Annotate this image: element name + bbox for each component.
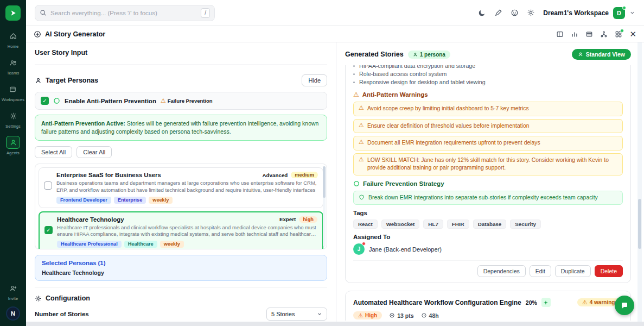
persona-card-healthcare-technology[interactable]: ✓ Healthcare Technology Expert high Heal… xyxy=(39,211,323,250)
anti-pattern-toggle-row[interactable]: ✓ Enable Anti-Pattern Prevention ⚠ Failu… xyxy=(35,92,327,110)
persona-card-body: Enterprise SaaS for Business Users Advan… xyxy=(56,172,318,203)
sidebar-item-teams[interactable]: Teams xyxy=(6,56,20,76)
skill-warning-dot xyxy=(362,242,366,246)
story-points: 13 pts xyxy=(389,312,413,319)
topbar: / Dream1's Workspace D xyxy=(26,0,644,26)
smiley-icon[interactable] xyxy=(511,9,519,17)
logo-icon xyxy=(9,9,17,17)
persona-icon xyxy=(35,77,42,84)
failure-prevention-strategy-title: Failure Prevention Strategy xyxy=(363,180,444,187)
select-all-button[interactable]: Select All xyxy=(35,146,72,158)
scrollbar-thumb[interactable] xyxy=(638,199,641,249)
teams-icon xyxy=(6,56,20,69)
priority-label: High xyxy=(365,312,377,318)
integrations-icon[interactable] xyxy=(615,30,622,38)
warning-icon: ⚠ xyxy=(582,299,588,305)
ai-sparkle-icon[interactable] xyxy=(541,298,551,307)
close-icon[interactable]: ✕ xyxy=(629,30,636,38)
warning-icon: ⚠ xyxy=(359,105,364,113)
selected-persona-item: Healthcare Technology xyxy=(42,269,320,276)
number-of-stories-select[interactable]: 5 Stories xyxy=(266,308,327,321)
selected-personas-box: Selected Personas (1) Healthcare Technol… xyxy=(35,255,327,281)
warning-icon: ⚠ xyxy=(161,98,166,104)
workspace-switcher[interactable]: Dream1's Workspace D xyxy=(543,7,635,19)
bar-chart-icon[interactable] xyxy=(571,30,578,38)
hierarchy-icon[interactable] xyxy=(600,30,608,38)
pen-icon[interactable] xyxy=(494,9,502,17)
persona-tag: weekly xyxy=(149,197,173,204)
settings-gear-icon[interactable] xyxy=(527,9,535,17)
persona-tag: Healthcare xyxy=(124,241,157,248)
sidebar-item-settings[interactable]: Settings xyxy=(5,109,21,129)
story-tag: Database xyxy=(473,220,507,229)
anti-pattern-checkbox[interactable]: ✓ xyxy=(41,97,49,105)
persona-checkbox[interactable] xyxy=(44,181,52,190)
sidebar: Home Teams Workspaces Settings Agents In… xyxy=(0,0,26,326)
header-actions: ✕ xyxy=(556,30,636,38)
configuration-header: Configuration xyxy=(35,294,327,302)
ai-story-generator-icon xyxy=(34,30,41,38)
assignee-name: Jane (Back-end Developer) xyxy=(369,246,442,253)
persona-name: Enterprise SaaS for Business Users xyxy=(56,172,259,178)
persona-tags: Healthcare Professional Healthcare weekl… xyxy=(57,241,317,248)
bullet-dot xyxy=(353,82,355,83)
next-story-meta: ⚠ High 13 pts 48h xyxy=(353,311,623,319)
sidebar-item-workspaces[interactable]: Workspaces xyxy=(2,83,24,102)
chat-bubble-icon xyxy=(620,301,629,310)
notification-dot xyxy=(620,29,624,33)
persona-count-badge: 1 persona xyxy=(408,51,450,59)
edit-button[interactable]: Edit xyxy=(530,265,551,277)
prevention-circle-icon xyxy=(53,97,60,104)
app-root: Home Teams Workspaces Settings Agents In… xyxy=(0,0,644,326)
clear-all-button[interactable]: Clear All xyxy=(76,146,112,158)
app-logo[interactable] xyxy=(5,5,21,21)
warning-icon: ⚠ xyxy=(359,122,364,130)
persona-card-enterprise-saas[interactable]: Enterprise SaaS for Business Users Advan… xyxy=(39,167,323,208)
gear-icon xyxy=(6,109,20,122)
warning-text: Avoid scope creep by limiting initial da… xyxy=(367,105,529,113)
chevron-down-icon xyxy=(317,311,322,317)
warning-item-low-skill-match: ⚠LOW SKILL MATCH: Jane has only 12% skil… xyxy=(353,153,623,175)
clock-icon xyxy=(421,312,427,318)
hide-button[interactable]: Hide xyxy=(302,74,327,86)
delete-button[interactable]: Delete xyxy=(595,265,623,277)
sidebar-item-agents[interactable]: Agents xyxy=(6,136,20,155)
table-rows-icon[interactable] xyxy=(585,30,593,38)
stories-scroll-area[interactable]: HIPAA-compliant data encryption and stor… xyxy=(345,65,631,321)
workspaces-icon xyxy=(6,83,20,96)
number-of-stories-label: Number of Stories xyxy=(35,311,89,317)
failure-prevention-strategy-header: Failure Prevention Strategy xyxy=(353,180,623,187)
prevention-strategy-item: Break down EMR integrations into separat… xyxy=(353,191,623,205)
horizontal-scrollbar[interactable] xyxy=(26,322,644,326)
chat-fab-button[interactable] xyxy=(615,296,634,315)
scrollbar-thumb[interactable] xyxy=(323,166,326,198)
content-area: User Story Input Target Personas Hide ✓ … xyxy=(26,42,644,322)
number-of-stories-value: 5 Stories xyxy=(271,311,295,317)
workspace-avatar-letter: D xyxy=(617,10,621,16)
sidebar-item-label: Settings xyxy=(5,124,21,129)
theme-moon-icon[interactable] xyxy=(478,9,486,17)
search-icon xyxy=(40,9,47,16)
selection-buttons: Select All Clear All xyxy=(35,146,327,158)
persona-list-scrollbar xyxy=(323,166,326,247)
duplicate-button[interactable]: Duplicate xyxy=(555,265,591,277)
number-of-stories-row: Number of Stories 5 Stories xyxy=(35,308,327,321)
persona-checkbox[interactable]: ✓ xyxy=(44,226,53,234)
next-story-card: Automated Healthcare Workflow Configurat… xyxy=(345,291,631,321)
acceptance-criteria-item: HIPAA-compliant data encryption and stor… xyxy=(353,65,623,70)
agents-icon xyxy=(6,136,20,149)
target-personas-title: Target Personas xyxy=(46,77,98,84)
warning-text: Document all EMR integration requirement… xyxy=(367,139,540,147)
workspace-avatar: D xyxy=(613,7,625,19)
sidebar-item-invite[interactable]: Invite xyxy=(6,281,20,301)
sidebar-item-label: Teams xyxy=(7,71,20,76)
anti-pattern-label: Enable Anti-Pattern Prevention xyxy=(65,98,156,104)
layout-columns-icon[interactable] xyxy=(556,30,564,38)
dependencies-button[interactable]: Dependencies xyxy=(477,265,526,277)
assignee-row: J Jane (Back-end Developer) xyxy=(353,243,623,255)
story-tag: WebSocket xyxy=(381,220,420,229)
search-input[interactable] xyxy=(50,10,197,16)
sidebar-item-home[interactable]: Home xyxy=(6,29,20,49)
user-avatar[interactable]: N xyxy=(6,306,20,321)
standard-view-button[interactable]: Standard View xyxy=(572,49,631,60)
